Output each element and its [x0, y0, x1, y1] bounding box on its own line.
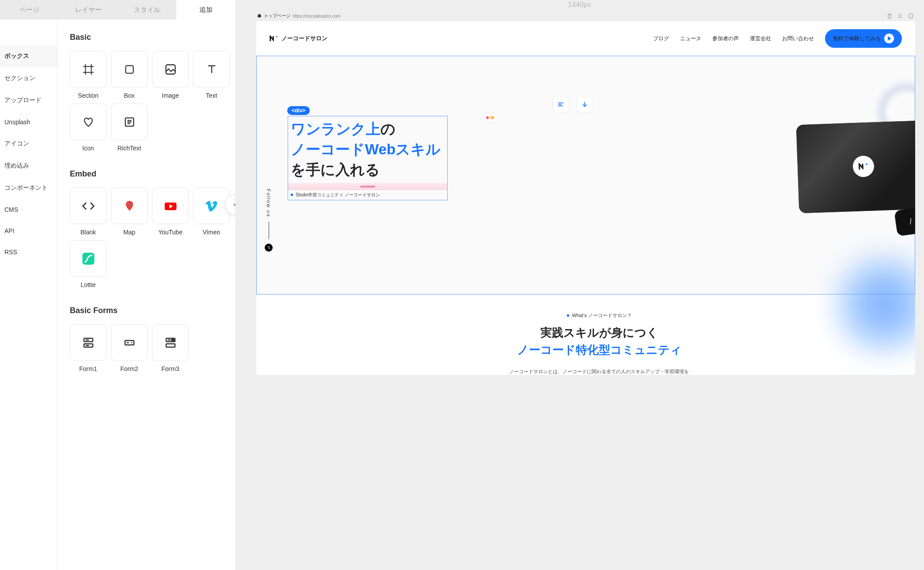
- align-direction-button[interactable]: [576, 96, 593, 113]
- frame-page-name[interactable]: トップページ: [264, 13, 290, 19]
- block-blank[interactable]: [70, 187, 106, 224]
- block-form3[interactable]: [152, 324, 189, 361]
- block-vimeo[interactable]: [193, 187, 230, 224]
- block-label: Form3: [152, 365, 189, 372]
- block-label: Text: [193, 92, 230, 99]
- block-label: Section: [70, 92, 106, 99]
- svg-rect-26: [171, 339, 174, 340]
- block-box[interactable]: [111, 51, 148, 88]
- frame-device-mobile[interactable]: [897, 12, 904, 19]
- block-label: Blank: [70, 229, 106, 236]
- tab-layer[interactable]: レイヤー: [59, 0, 118, 19]
- category-icon[interactable]: アイコン: [0, 133, 57, 155]
- category-section[interactable]: セクション: [0, 67, 57, 89]
- text-icon: [205, 63, 218, 76]
- vimeo-icon: [205, 199, 218, 213]
- svg-rect-20: [125, 340, 134, 345]
- site-logo[interactable]: ノーコードサロン: [270, 34, 327, 42]
- block-form1[interactable]: [70, 324, 106, 361]
- block-richtext[interactable]: [111, 103, 148, 140]
- frame-device-tablet[interactable]: [907, 12, 914, 19]
- intro-section[interactable]: What’s ノーコードサロン？ 実践スキルが身につく ノーコード特化型コミュニ…: [256, 295, 915, 375]
- block-label: Icon: [70, 145, 106, 152]
- box-icon: [124, 64, 135, 75]
- frame-page-url[interactable]: https://nocodesalon.com: [293, 14, 340, 19]
- heart-icon: [83, 116, 94, 128]
- tab-page[interactable]: ページ: [0, 0, 59, 19]
- category-rss[interactable]: RSS: [0, 241, 57, 263]
- bullet-icon: [291, 194, 293, 196]
- section-icon: [81, 62, 95, 77]
- element-tag-label: <div>: [287, 106, 310, 115]
- svg-rect-4: [125, 65, 133, 73]
- category-api[interactable]: API: [0, 220, 57, 241]
- cta-label: 無料で体験してみる: [833, 35, 881, 42]
- intro-badge: What’s ノーコードサロン？: [300, 312, 898, 319]
- block-text[interactable]: [193, 51, 230, 88]
- block-lottie[interactable]: [70, 240, 106, 277]
- svg-rect-28: [909, 14, 913, 18]
- tab-style[interactable]: スタイル: [118, 0, 176, 19]
- align-left-icon: [557, 101, 564, 108]
- svg-marker-35: [489, 116, 492, 120]
- svg-rect-15: [82, 252, 94, 264]
- justify-start-button[interactable]: [552, 96, 569, 113]
- nav-company[interactable]: 運営会社: [750, 35, 771, 42]
- code-icon: [82, 199, 95, 213]
- nav-news[interactable]: ニュース: [680, 35, 701, 42]
- category-box[interactable]: ボックス: [0, 45, 57, 67]
- svg-point-37: [866, 163, 867, 165]
- nav-cta[interactable]: 無料で体験してみる: [825, 29, 902, 48]
- nav-contact[interactable]: お問い合わせ: [782, 35, 814, 42]
- fast-forward-icon[interactable]: [483, 113, 498, 122]
- arrow-down-icon: [581, 101, 588, 108]
- richtext-icon: [123, 116, 136, 128]
- hero-title[interactable]: ワンランク上の ノーコードWebスキルを手に入れる: [288, 116, 447, 183]
- block-label: Vimeo: [193, 229, 230, 236]
- category-upload[interactable]: アップロード: [0, 89, 57, 111]
- lottie-icon: [80, 251, 96, 267]
- svg-marker-34: [487, 116, 489, 120]
- block-section[interactable]: [70, 51, 106, 88]
- x-twitter-icon[interactable]: 𝕏: [265, 244, 273, 252]
- block-form2[interactable]: [111, 324, 148, 361]
- site-header: ノーコードサロン ブログ ニュース 参加者の声 運営会社 お問い合わせ 無料で体…: [256, 21, 915, 56]
- tab-add[interactable]: 追加: [176, 0, 235, 19]
- block-map[interactable]: [111, 187, 148, 224]
- svg-marker-36: [492, 116, 494, 120]
- canvas-frame[interactable]: ノーコードサロン ブログ ニュース 参加者の声 運営会社 お問い合わせ 無料で体…: [256, 21, 915, 375]
- block-image[interactable]: [152, 51, 189, 88]
- section-title-forms: Basic Forms: [70, 306, 231, 315]
- frame-delete-button[interactable]: [886, 12, 893, 19]
- intro-title[interactable]: 実践スキルが身につく ノーコード特化型コミュニティ: [300, 324, 898, 359]
- block-icon[interactable]: [70, 103, 106, 140]
- follow-us-label: Follow us: [266, 189, 271, 217]
- keyboard-hint-card: /: [894, 207, 915, 237]
- category-list: ボックス セクション アップロード Unsplash アイコン 埋め込み コンポ…: [0, 19, 57, 570]
- tablet-icon: [908, 13, 913, 19]
- svg-rect-24: [166, 344, 175, 347]
- margin-spacing[interactable]: [288, 183, 447, 190]
- hero-section[interactable]: Follow us 𝕏 <div>: [256, 56, 915, 295]
- block-label: Form1: [70, 365, 106, 372]
- intro-paragraph[interactable]: ノーコードサロンとは、ノーコードに関わる全ての人のスキルアップ・学習環境を作るべ…: [509, 367, 690, 375]
- left-panel: ページ レイヤー スタイル 追加 ボックス セクション アップロード Unspl…: [0, 0, 235, 570]
- nav-voice[interactable]: 参加者の声: [712, 35, 739, 42]
- spacing-handle[interactable]: [360, 186, 375, 187]
- selected-element[interactable]: <div> ワンランク上の ノーコードWebスキルを手に入れる Studio学習…: [288, 116, 448, 200]
- nav-blog[interactable]: ブログ: [653, 35, 669, 42]
- hero-subtitle[interactable]: Studio学習コミュニティ ノーコードサロン: [288, 190, 447, 200]
- category-component[interactable]: コンポーネント: [0, 177, 57, 199]
- category-embed[interactable]: 埋め込み: [0, 155, 57, 177]
- svg-point-12: [128, 203, 130, 206]
- block-label: RichText: [111, 145, 148, 152]
- block-label: Image: [152, 92, 189, 99]
- block-youtube[interactable]: [152, 187, 189, 224]
- category-cms[interactable]: CMS: [0, 199, 57, 220]
- hero-image-card[interactable]: [796, 120, 915, 214]
- keyboard-hint-key: /: [909, 217, 913, 226]
- items-area: Basic Section Box: [57, 19, 235, 570]
- category-unsplash[interactable]: Unsplash: [0, 111, 57, 133]
- mobile-icon: [898, 13, 902, 19]
- block-label: Form2: [111, 365, 148, 372]
